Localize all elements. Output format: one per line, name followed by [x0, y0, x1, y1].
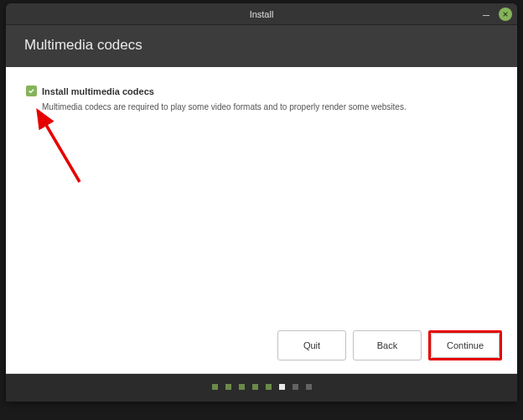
titlebar: Install [6, 3, 517, 25]
pager-step-3 [239, 384, 245, 390]
checkmark-icon [28, 87, 35, 95]
page-header: Multimedia codecs [6, 25, 517, 67]
progress-pager [6, 374, 517, 402]
install-codecs-option[interactable]: Install multimedia codecs [26, 86, 497, 96]
pager-step-7 [293, 384, 298, 390]
pager-step-8 [306, 384, 312, 390]
close-button[interactable] [499, 8, 512, 21]
install-codecs-checkbox[interactable] [26, 86, 37, 96]
install-codecs-label: Install multimedia codecs [42, 86, 154, 96]
titlebar-controls [480, 3, 512, 24]
minimize-button[interactable] [480, 8, 492, 20]
pager-step-1 [212, 384, 218, 390]
pager-step-5 [266, 384, 272, 390]
svg-line-3 [38, 111, 80, 182]
content-area: Install multimedia codecs Multimedia cod… [6, 67, 517, 374]
quit-button[interactable]: Quit [277, 330, 346, 360]
page-title: Multimedia codecs [24, 37, 499, 54]
installer-window: Install Multimedia codecs Install multim… [6, 3, 517, 402]
back-button[interactable]: Back [353, 330, 422, 360]
pager-step-6-current [279, 384, 285, 390]
continue-highlight-annotation: Continue [428, 330, 502, 360]
pager-step-4 [252, 384, 258, 390]
continue-button[interactable]: Continue [431, 333, 500, 358]
close-icon [502, 11, 509, 18]
pager-step-2 [225, 384, 231, 390]
minimize-icon [483, 15, 489, 17]
window-title: Install [250, 9, 274, 19]
button-bar: Quit Back Continue [277, 330, 502, 360]
arrow-annotation-icon [29, 102, 88, 186]
codecs-description: Multimedia codecs are required to play s… [42, 102, 497, 111]
